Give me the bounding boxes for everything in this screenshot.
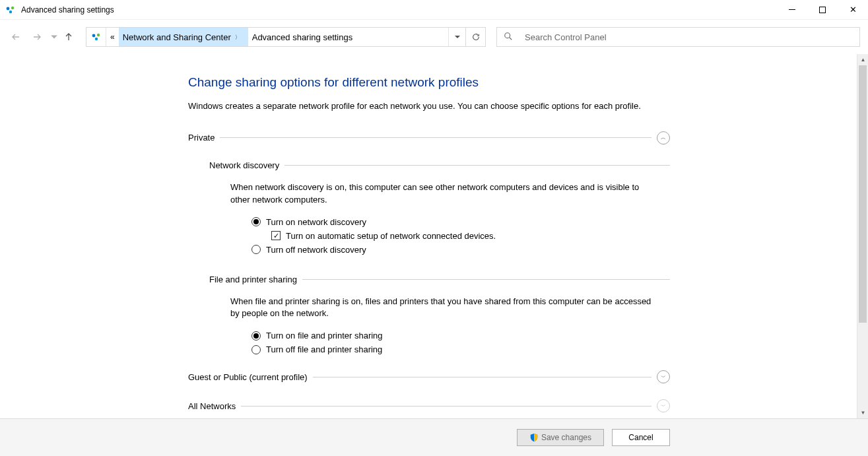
radio-network-discovery-off[interactable]: Turn off network discovery <box>251 245 670 255</box>
window-title: Advanced sharing settings <box>21 5 114 15</box>
radio-icon <box>251 331 261 341</box>
network-center-icon <box>5 5 16 15</box>
network-discovery-description: When network discovery is on, this compu… <box>230 181 653 207</box>
breadcrumb-parent[interactable]: Network and Sharing Center 〉 <box>119 28 248 46</box>
svg-point-6 <box>505 32 510 38</box>
address-icon <box>86 28 106 46</box>
file-printer-description: When file and printer sharing is on, fil… <box>230 296 653 321</box>
section-private-label: Private <box>188 133 215 143</box>
section-guest-public-header[interactable]: Guest or Public (current profile) ﹀ <box>188 370 670 383</box>
page-title: Change sharing options for different net… <box>188 75 670 90</box>
nav-forward-button[interactable] <box>29 29 45 45</box>
nav-back-button[interactable] <box>8 29 24 45</box>
vertical-scrollbar[interactable]: ▲ ▼ <box>857 54 868 418</box>
collapse-icon[interactable]: ︿ <box>657 131 670 145</box>
section-all-networks-header[interactable]: All Networks ﹀ <box>188 399 670 412</box>
breadcrumb-overflow[interactable]: « <box>106 28 119 46</box>
minimize-button[interactable] <box>777 0 807 20</box>
breadcrumb-parent-label: Network and Sharing Center <box>123 32 231 42</box>
radio-icon <box>251 245 261 254</box>
radio-icon <box>251 345 261 354</box>
save-changes-button[interactable]: Save changes <box>517 429 604 446</box>
save-changes-label: Save changes <box>541 433 591 442</box>
radio-file-printer-off[interactable]: Turn off file and printer sharing <box>251 344 670 354</box>
network-discovery-label: Network discovery <box>209 160 279 170</box>
refresh-button[interactable] <box>466 27 486 47</box>
expand-icon[interactable]: ﹀ <box>657 399 670 412</box>
radio-file-printer-on[interactable]: Turn on file and printer sharing <box>251 331 670 341</box>
svg-point-3 <box>92 34 95 38</box>
search-box[interactable] <box>496 27 860 47</box>
section-all-networks-label: All Networks <box>188 401 236 411</box>
svg-point-2 <box>9 10 12 13</box>
file-printer-label: File and printer sharing <box>209 275 297 284</box>
address-dropdown[interactable] <box>448 28 465 46</box>
cancel-button[interactable]: Cancel <box>612 429 670 446</box>
scroll-down-button[interactable]: ▼ <box>857 407 868 418</box>
close-button[interactable]: ✕ <box>838 0 868 20</box>
shield-icon <box>529 433 539 442</box>
radio-icon <box>251 217 261 226</box>
svg-point-1 <box>11 6 14 9</box>
scroll-thumb[interactable] <box>859 65 867 323</box>
checkbox-auto-setup[interactable]: Turn on automatic setup of network conne… <box>271 231 670 241</box>
nav-recent-button[interactable] <box>50 29 58 45</box>
address-bar[interactable]: « Network and Sharing Center 〉 Advanced … <box>86 27 466 47</box>
chevron-right-icon: 〉 <box>231 34 244 41</box>
maximize-button[interactable] <box>807 0 838 20</box>
page-description: Windows creates a separate network profi… <box>188 100 650 113</box>
breadcrumb-current-label: Advanced sharing settings <box>252 32 352 42</box>
search-input[interactable] <box>525 32 853 42</box>
nav-up-button[interactable] <box>61 29 77 45</box>
breadcrumb-current[interactable]: Advanced sharing settings <box>248 28 356 46</box>
svg-point-4 <box>96 34 99 36</box>
cancel-label: Cancel <box>628 433 653 442</box>
radio-network-discovery-on[interactable]: Turn on network discovery <box>251 217 670 227</box>
scroll-up-button[interactable]: ▲ <box>857 54 868 65</box>
section-guest-public-label: Guest or Public (current profile) <box>188 372 308 382</box>
search-icon <box>504 32 513 43</box>
expand-icon[interactable]: ﹀ <box>657 370 670 383</box>
svg-point-5 <box>94 38 97 40</box>
section-private-header[interactable]: Private ︿ <box>188 131 670 145</box>
checkbox-icon <box>271 231 281 240</box>
svg-point-0 <box>7 7 10 10</box>
